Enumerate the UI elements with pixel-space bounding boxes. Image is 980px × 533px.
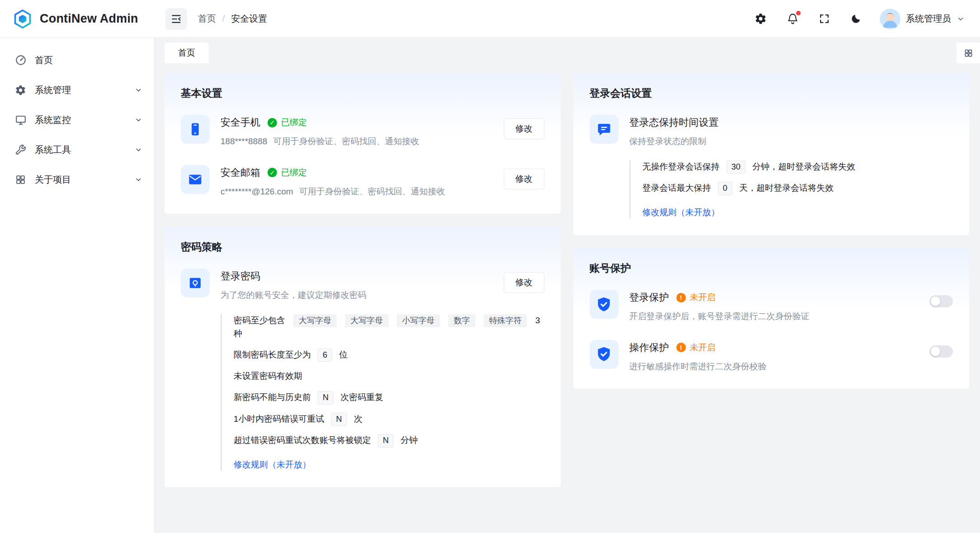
password-rule-retry: 1小时内密码错误可重试 N 次 — [234, 413, 544, 426]
sidebar: 首页 系统管理 系统监控 — [0, 38, 155, 533]
sidebar-item-system-tools[interactable]: 系统工具 — [0, 135, 154, 165]
security-email-row: 安全邮箱 ✓ 已绑定 c********@126.com 可用于身份验证、密码找… — [181, 165, 544, 198]
menu-fold-icon — [170, 13, 182, 25]
dark-mode-button[interactable] — [848, 11, 863, 27]
app-title: ContiNew Admin — [40, 12, 138, 26]
password-tag: 大写字母 — [345, 314, 389, 328]
card-title: 账号保护 — [590, 261, 953, 275]
safe-icon — [181, 269, 210, 297]
settings-button[interactable] — [753, 11, 769, 27]
password-rule-length: 限制密码长度至少为 6 位 — [234, 349, 544, 362]
warning-circle-icon: ! — [676, 293, 686, 302]
tab-layout-button[interactable] — [957, 42, 980, 63]
toggle-knob — [931, 297, 940, 306]
apps-grid-icon — [14, 174, 27, 185]
notification-dot — [796, 11, 801, 15]
card-session-settings: 登录会话设置 登录态保持时间设置 — [573, 73, 970, 235]
password-rules: 密码至少包含 大写字母 大写字母 小写字母 数字 特殊字符 3种 限制密码长度至… — [220, 314, 544, 471]
setting-title: 登录密码 — [220, 269, 260, 283]
sidebar-item-system-management[interactable]: 系统管理 — [0, 75, 154, 105]
notifications-button[interactable] — [785, 11, 801, 27]
history-value: N — [318, 391, 333, 405]
dashboard-icon — [14, 54, 27, 66]
card-account-protection: 账号保护 登录保护 — [573, 248, 970, 389]
setting-title: 操作保护 — [629, 341, 669, 354]
sidebar-item-label: 系统工具 — [35, 144, 71, 156]
breadcrumb-separator: / — [222, 14, 225, 24]
not-enabled-badge: ! 未开启 — [676, 342, 716, 354]
login-protection-row: 登录保护 ! 未开启 开启登录保护后，账号登录需进行二次身份验证 — [590, 290, 953, 323]
security-phone-row: 安全手机 ✓ 已绑定 188****8888 可用于身份验证、密码找回、通知接收 — [181, 115, 544, 148]
modify-password-button[interactable]: 修改 — [504, 272, 544, 293]
gear-icon — [14, 85, 27, 96]
wrench-icon — [14, 144, 27, 156]
password-rule-expire: 未设置密码有效期 — [234, 370, 544, 383]
session-rule-max: 登录会话最大保持 0 天，超时登录会话将失效 — [642, 182, 953, 195]
toggle-knob — [931, 347, 940, 356]
password-rule-lock: 超过错误密码重试次数账号将被锁定 N 分钟 — [234, 434, 544, 448]
tab-bar: 首页 — [155, 38, 980, 63]
shield-check-icon — [590, 290, 619, 319]
length-value: 6 — [318, 349, 332, 362]
breadcrumb-home[interactable]: 首页 — [198, 13, 216, 25]
setting-desc: 188****8888 可用于身份验证、密码找回、通知接收 — [220, 136, 493, 148]
moon-icon — [850, 13, 862, 25]
main-area: 首页 — [155, 38, 980, 533]
operation-protection-toggle[interactable] — [929, 345, 953, 358]
chevron-down-icon — [135, 146, 142, 154]
operation-protection-row: 操作保护 ! 未开启 进行敏感操作时需进行二次身份校验 — [590, 340, 953, 373]
setting-title: 安全手机 — [220, 116, 260, 129]
shield-check-icon — [590, 340, 619, 369]
session-rules: 无操作登录会话保持 30 分钟，超时登录会话将失效 登录会话最大保持 0 天，超… — [629, 160, 953, 219]
sidebar-item-label: 首页 — [35, 54, 53, 66]
user-menu[interactable]: 系统管理员 — [880, 9, 965, 29]
chat-icon — [590, 115, 619, 144]
phone-value: 188****8888 — [220, 137, 267, 146]
tab-home[interactable]: 首页 — [164, 42, 209, 63]
idle-minutes-value: 30 — [727, 160, 746, 174]
card-basic-settings: 基本设置 安全手机 — [164, 73, 561, 214]
retry-value: N — [331, 413, 347, 426]
setting-title: 登录保护 — [629, 291, 669, 304]
card-title: 登录会话设置 — [590, 86, 953, 100]
setting-desc: 开启登录保护后，账号登录需进行二次身份验证 — [629, 311, 919, 323]
chevron-down-icon — [135, 176, 142, 184]
sidebar-item-label: 系统监控 — [35, 114, 71, 126]
password-tag: 大写字母 — [293, 314, 337, 328]
sidebar-item-system-monitor[interactable]: 系统监控 — [0, 105, 154, 135]
logo-area[interactable]: ContiNew Admin — [0, 0, 155, 38]
setting-title: 登录态保持时间设置 — [629, 116, 719, 129]
breadcrumb-current: 安全设置 — [231, 13, 267, 25]
mail-icon — [181, 165, 210, 194]
check-circle-icon: ✓ — [267, 118, 277, 127]
modify-email-button[interactable]: 修改 — [504, 169, 544, 189]
sidebar-collapse-button[interactable] — [165, 8, 187, 30]
bound-status-badge: ✓ 已绑定 — [267, 117, 307, 128]
app-window: ContiNew Admin 首页 / 安全设置 — [0, 0, 980, 533]
sidebar-item-about-project[interactable]: 关于项目 — [0, 165, 154, 194]
password-tag: 特殊字符 — [483, 314, 527, 328]
modify-rules-link[interactable]: 修改规则（未开放） — [234, 458, 311, 472]
modify-rules-link[interactable]: 修改规则（未开放） — [642, 206, 720, 219]
max-days-value: 0 — [718, 182, 732, 195]
grid-icon — [964, 48, 973, 58]
password-tag: 数字 — [448, 314, 475, 328]
sidebar-item-home[interactable]: 首页 — [0, 45, 154, 75]
fullscreen-icon — [819, 13, 830, 24]
modify-phone-button[interactable]: 修改 — [504, 118, 544, 139]
phone-icon — [181, 115, 210, 144]
lock-value: N — [378, 434, 394, 448]
sidebar-item-label: 系统管理 — [35, 84, 71, 96]
warning-circle-icon: ! — [676, 343, 686, 352]
setting-desc: 为了您的账号安全，建议定期修改密码 — [220, 289, 493, 302]
setting-desc: 进行敏感操作时需进行二次身份校验 — [629, 361, 919, 373]
password-rule-history: 新密码不能与历史前 N 次密码重复 — [234, 391, 544, 405]
setting-desc: 保持登录状态的限制 — [629, 136, 953, 148]
chevron-down-icon — [957, 15, 965, 23]
header-actions: 系统管理员 — [753, 9, 980, 29]
check-circle-icon: ✓ — [267, 168, 277, 177]
fullscreen-button[interactable] — [817, 11, 832, 26]
setting-title: 安全邮箱 — [220, 166, 260, 179]
page-content: 基本设置 安全手机 — [155, 63, 980, 533]
login-protection-toggle[interactable] — [929, 295, 953, 307]
